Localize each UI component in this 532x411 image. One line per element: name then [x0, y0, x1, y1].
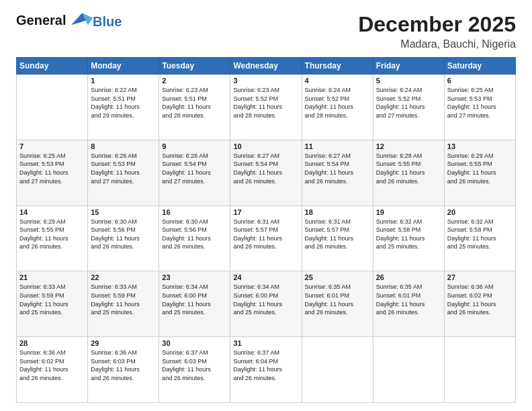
calendar-cell: 19Sunrise: 6:32 AM Sunset: 5:58 PM Dayli… — [373, 205, 444, 271]
calendar-week-4: 21Sunrise: 6:33 AM Sunset: 5:59 PM Dayli… — [17, 271, 516, 337]
calendar-cell: 15Sunrise: 6:30 AM Sunset: 5:56 PM Dayli… — [88, 205, 159, 271]
day-info: Sunrise: 6:35 AM Sunset: 6:01 PM Dayligh… — [305, 283, 370, 316]
day-number: 16 — [162, 208, 227, 216]
calendar-cell: 6Sunrise: 6:25 AM Sunset: 5:53 PM Daylig… — [444, 75, 515, 140]
day-info: Sunrise: 6:37 AM Sunset: 6:04 PM Dayligh… — [233, 349, 298, 382]
calendar-cell: 2Sunrise: 6:23 AM Sunset: 5:51 PM Daylig… — [159, 75, 230, 140]
day-number: 19 — [376, 208, 441, 216]
day-number: 13 — [447, 142, 513, 150]
day-info: Sunrise: 6:29 AM Sunset: 5:55 PM Dayligh… — [19, 218, 85, 251]
header: General Blue December 2025 Madara, Bauch… — [16, 12, 516, 50]
calendar-cell: 30Sunrise: 6:37 AM Sunset: 6:03 PM Dayli… — [159, 337, 230, 403]
day-number: 11 — [305, 142, 370, 150]
calendar-cell: 11Sunrise: 6:27 AM Sunset: 5:54 PM Dayli… — [302, 140, 373, 205]
day-of-week-saturday: Saturday — [444, 58, 515, 75]
day-info: Sunrise: 6:27 AM Sunset: 5:54 PM Dayligh… — [233, 152, 298, 185]
calendar-cell: 16Sunrise: 6:30 AM Sunset: 5:56 PM Dayli… — [159, 205, 230, 271]
day-of-week-sunday: Sunday — [17, 58, 88, 75]
day-of-week-friday: Friday — [373, 58, 444, 75]
day-number: 27 — [447, 273, 513, 281]
calendar-table: SundayMondayTuesdayWednesdayThursdayFrid… — [16, 57, 516, 403]
calendar-cell: 3Sunrise: 6:23 AM Sunset: 5:52 PM Daylig… — [230, 75, 302, 140]
day-info: Sunrise: 6:27 AM Sunset: 5:54 PM Dayligh… — [305, 152, 370, 185]
calendar-cell: 13Sunrise: 6:29 AM Sunset: 5:55 PM Dayli… — [444, 140, 515, 205]
calendar-cell: 31Sunrise: 6:37 AM Sunset: 6:04 PM Dayli… — [230, 337, 302, 403]
calendar-cell: 29Sunrise: 6:36 AM Sunset: 6:03 PM Dayli… — [88, 337, 159, 403]
day-number: 22 — [91, 273, 156, 281]
calendar-cell — [373, 337, 444, 403]
day-info: Sunrise: 6:30 AM Sunset: 5:56 PM Dayligh… — [162, 218, 227, 251]
day-number: 7 — [19, 142, 85, 150]
logo-general: General — [16, 13, 66, 28]
day-info: Sunrise: 6:32 AM Sunset: 5:58 PM Dayligh… — [376, 218, 441, 251]
calendar-cell: 20Sunrise: 6:32 AM Sunset: 5:58 PM Dayli… — [444, 205, 515, 271]
logo-blue: Blue — [93, 14, 122, 30]
day-info: Sunrise: 6:23 AM Sunset: 5:51 PM Dayligh… — [162, 86, 227, 120]
calendar-cell: 17Sunrise: 6:31 AM Sunset: 5:57 PM Dayli… — [230, 205, 302, 271]
day-number: 24 — [233, 273, 298, 281]
main-title: December 2025 — [358, 12, 516, 37]
subtitle: Madara, Bauchi, Nigeria — [358, 38, 516, 50]
day-number: 14 — [19, 208, 85, 216]
calendar-week-5: 28Sunrise: 6:36 AM Sunset: 6:02 PM Dayli… — [17, 337, 516, 403]
calendar-cell: 28Sunrise: 6:36 AM Sunset: 6:02 PM Dayli… — [17, 337, 88, 403]
day-info: Sunrise: 6:37 AM Sunset: 6:03 PM Dayligh… — [162, 349, 227, 382]
day-number: 31 — [233, 339, 298, 347]
day-number: 8 — [91, 142, 156, 150]
calendar-week-3: 14Sunrise: 6:29 AM Sunset: 5:55 PM Dayli… — [17, 205, 516, 271]
title-block: December 2025 Madara, Bauchi, Nigeria — [358, 12, 516, 50]
day-number: 3 — [233, 77, 298, 85]
day-of-week-thursday: Thursday — [302, 58, 373, 75]
calendar-cell: 25Sunrise: 6:35 AM Sunset: 6:01 PM Dayli… — [302, 271, 373, 337]
calendar-cell: 22Sunrise: 6:33 AM Sunset: 5:59 PM Dayli… — [88, 271, 159, 337]
day-info: Sunrise: 6:34 AM Sunset: 6:00 PM Dayligh… — [233, 283, 298, 316]
page: General Blue December 2025 Madara, Bauch… — [0, 0, 532, 411]
day-info: Sunrise: 6:36 AM Sunset: 6:02 PM Dayligh… — [19, 349, 85, 382]
day-info: Sunrise: 6:30 AM Sunset: 5:56 PM Dayligh… — [91, 218, 156, 251]
day-number: 26 — [376, 273, 441, 281]
day-number: 10 — [233, 142, 298, 150]
day-number: 23 — [162, 273, 227, 281]
calendar-cell: 27Sunrise: 6:36 AM Sunset: 6:02 PM Dayli… — [444, 271, 515, 337]
calendar-cell: 18Sunrise: 6:31 AM Sunset: 5:57 PM Dayli… — [302, 205, 373, 271]
calendar-cell: 7Sunrise: 6:25 AM Sunset: 5:53 PM Daylig… — [17, 140, 88, 205]
calendar-cell — [17, 75, 88, 140]
day-number: 15 — [91, 208, 156, 216]
day-info: Sunrise: 6:24 AM Sunset: 5:52 PM Dayligh… — [305, 86, 370, 120]
calendar-cell — [302, 337, 373, 403]
day-number: 25 — [305, 273, 370, 281]
day-number: 6 — [447, 77, 513, 85]
day-info: Sunrise: 6:31 AM Sunset: 5:57 PM Dayligh… — [233, 218, 298, 251]
logo-bird-icon — [71, 12, 93, 31]
day-info: Sunrise: 6:25 AM Sunset: 5:53 PM Dayligh… — [19, 152, 85, 185]
day-number: 29 — [91, 339, 156, 347]
calendar-cell: 5Sunrise: 6:24 AM Sunset: 5:52 PM Daylig… — [373, 75, 444, 140]
calendar-cell: 8Sunrise: 6:26 AM Sunset: 5:53 PM Daylig… — [88, 140, 159, 205]
day-info: Sunrise: 6:32 AM Sunset: 5:58 PM Dayligh… — [447, 218, 513, 251]
calendar-cell — [444, 337, 515, 403]
calendar-week-2: 7Sunrise: 6:25 AM Sunset: 5:53 PM Daylig… — [17, 140, 516, 205]
day-of-week-monday: Monday — [88, 58, 159, 75]
day-of-week-tuesday: Tuesday — [159, 58, 230, 75]
day-number: 30 — [162, 339, 227, 347]
day-number: 17 — [233, 208, 298, 216]
day-number: 5 — [376, 77, 441, 85]
day-number: 18 — [305, 208, 370, 216]
logo: General Blue — [16, 12, 122, 31]
day-number: 4 — [305, 77, 370, 85]
calendar-cell: 1Sunrise: 6:22 AM Sunset: 5:51 PM Daylig… — [88, 75, 159, 140]
day-of-week-wednesday: Wednesday — [230, 58, 302, 75]
day-info: Sunrise: 6:29 AM Sunset: 5:55 PM Dayligh… — [447, 152, 513, 185]
day-info: Sunrise: 6:33 AM Sunset: 5:59 PM Dayligh… — [19, 283, 85, 316]
day-number: 12 — [376, 142, 441, 150]
calendar-header-row: SundayMondayTuesdayWednesdayThursdayFrid… — [17, 58, 516, 75]
day-info: Sunrise: 6:36 AM Sunset: 6:03 PM Dayligh… — [91, 349, 156, 382]
calendar-week-1: 1Sunrise: 6:22 AM Sunset: 5:51 PM Daylig… — [17, 75, 516, 140]
day-info: Sunrise: 6:26 AM Sunset: 5:54 PM Dayligh… — [162, 152, 227, 185]
day-number: 21 — [19, 273, 85, 281]
calendar-cell: 21Sunrise: 6:33 AM Sunset: 5:59 PM Dayli… — [17, 271, 88, 337]
calendar-cell: 12Sunrise: 6:28 AM Sunset: 5:55 PM Dayli… — [373, 140, 444, 205]
day-info: Sunrise: 6:24 AM Sunset: 5:52 PM Dayligh… — [376, 86, 441, 120]
day-number: 9 — [162, 142, 227, 150]
day-number: 28 — [19, 339, 85, 347]
